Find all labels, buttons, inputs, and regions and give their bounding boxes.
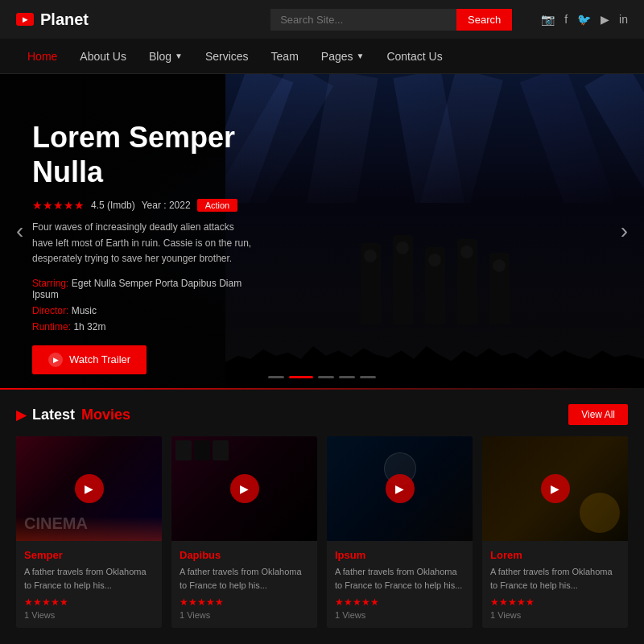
instagram-icon[interactable]: 📷 — [541, 13, 555, 26]
watch-trailer-button[interactable]: ▶ Watch Trailer — [32, 345, 147, 374]
movie-desc-1: A father travels from Oklahoma to France… — [24, 565, 154, 592]
movie-views-3: 1 Views — [335, 610, 464, 620]
movie-thumb-3: ▶ — [327, 436, 473, 541]
logo-text: Planet — [40, 10, 89, 29]
movie-desc-4: A father travels from Oklahoma to France… — [490, 565, 620, 592]
hero-dot-5[interactable] — [360, 376, 376, 378]
hero-dots — [268, 376, 376, 378]
play-overlay-2: ▶ — [230, 474, 259, 503]
hero-genre: Action — [197, 199, 238, 212]
hero-dot-2[interactable] — [289, 376, 313, 378]
nav-item-contact[interactable]: Contact Us — [375, 39, 453, 74]
rating-row: ★★★★★ 4.5 (Imdb) Year : 2022 Action — [32, 199, 254, 212]
movie-stars-2: ★★★★★ — [180, 597, 309, 608]
movies-section: ▶ Latest Movies View All CINEMA ▶ Semper… — [0, 390, 644, 636]
movie-views-2: 1 Views — [180, 610, 309, 620]
hero-rating: 4.5 (Imdb) — [91, 200, 135, 211]
movies-grid: CINEMA ▶ Semper A father travels from Ok… — [16, 436, 628, 628]
section-play-icon: ▶ — [16, 407, 26, 423]
nav-item-blog[interactable]: Blog ▼ — [138, 39, 194, 74]
hero-dot-1[interactable] — [268, 376, 284, 378]
hero-next-arrow[interactable]: › — [613, 210, 636, 252]
hero-stars: ★★★★★ — [32, 199, 85, 212]
movie-stars-1: ★★★★★ — [24, 597, 154, 608]
movie-desc-2: A father travels from Oklahoma to France… — [180, 565, 309, 592]
movie-info-3: Ipsum A father travels from Oklahoma to … — [327, 541, 473, 628]
movie-info-2: Dapibus A father travels from Oklahoma t… — [171, 541, 317, 628]
twitter-icon[interactable]: 🐦 — [577, 13, 591, 26]
movie-thumb-1: CINEMA ▶ — [16, 436, 162, 541]
movie-stars-4: ★★★★★ — [490, 597, 620, 608]
section-header: ▶ Latest Movies View All — [16, 404, 628, 425]
watch-trailer-label: Watch Trailer — [69, 353, 130, 365]
hero-starring: Starring: Eget Nulla Semper Porta Dapibu… — [32, 278, 254, 300]
movie-card-2[interactable]: ▶ Dapibus A father travels from Oklahoma… — [171, 436, 317, 628]
navigation: Home About Us Blog ▼ Services Team Pages… — [0, 39, 644, 74]
section-title: ▶ Latest Movies — [16, 407, 130, 423]
director-value: Music — [72, 305, 97, 316]
linkedin-icon[interactable]: in — [619, 13, 628, 26]
nav-item-team[interactable]: Team — [260, 39, 310, 74]
starring-label: Starring: — [32, 278, 68, 289]
movie-thumb-2: ▶ — [171, 436, 317, 541]
hero-dot-3[interactable] — [318, 376, 334, 378]
hero-year: Year : 2022 — [142, 200, 191, 211]
hero-dot-4[interactable] — [339, 376, 355, 378]
header: Planet Search 📷 f 🐦 ▶ in — [0, 0, 644, 39]
nav-item-about[interactable]: About Us — [68, 39, 138, 74]
play-overlay-1: ▶ — [75, 474, 104, 503]
nav-item-pages[interactable]: Pages ▼ — [310, 39, 376, 74]
view-all-button[interactable]: View All — [568, 404, 628, 425]
pages-dropdown-icon: ▼ — [357, 52, 365, 60]
play-overlay-4: ▶ — [541, 474, 570, 503]
director-label: Director: — [32, 305, 68, 316]
movie-views-4: 1 Views — [490, 610, 620, 620]
nav-item-services[interactable]: Services — [194, 39, 260, 74]
stage-lights — [225, 74, 644, 203]
movie-views-1: 1 Views — [24, 610, 154, 620]
movie-title-2: Dapibus — [180, 549, 309, 561]
play-icon: ▶ — [48, 353, 63, 367]
social-icons: 📷 f 🐦 ▶ in — [541, 13, 628, 26]
movie-desc-3: A father travels from Oklahoma to France… — [335, 565, 464, 592]
movie-info-4: Lorem A father travels from Oklahoma to … — [482, 541, 628, 628]
play-overlay-3: ▶ — [386, 474, 415, 503]
blog-dropdown-icon: ▼ — [175, 52, 183, 60]
movie-card-3[interactable]: ▶ Ipsum A father travels from Oklahoma t… — [327, 436, 473, 628]
hero-description: Four waves of increasingly deadly alien … — [32, 220, 254, 266]
hero-content: Lorem Semper Nulla ★★★★★ 4.5 (Imdb) Year… — [0, 74, 270, 388]
hero-director: Director: Music — [32, 305, 254, 316]
movie-thumb-4: ▶ — [482, 436, 628, 541]
movie-title-1: Semper — [24, 549, 154, 561]
search-input[interactable] — [270, 9, 456, 31]
movie-title-3: Ipsum — [335, 549, 464, 561]
runtime-label: Runtime: — [32, 321, 71, 332]
hero-runtime: Runtime: 1h 32m — [32, 321, 254, 332]
hero-stage — [225, 74, 644, 388]
hero-section: Lorem Semper Nulla ★★★★★ 4.5 (Imdb) Year… — [0, 74, 644, 388]
movie-card-1[interactable]: CINEMA ▶ Semper A father travels from Ok… — [16, 436, 162, 628]
runtime-value: 1h 32m — [73, 321, 105, 332]
youtube-icon[interactable]: ▶ — [601, 13, 609, 26]
movies-label: Movies — [81, 407, 130, 423]
search-bar: Search — [270, 9, 512, 31]
movie-info-1: Semper A father travels from Oklahoma to… — [16, 541, 162, 628]
hero-prev-arrow[interactable]: ‹ — [8, 210, 31, 252]
logo[interactable]: Planet — [16, 10, 89, 29]
movie-title-4: Lorem — [490, 549, 620, 561]
facebook-icon[interactable]: f — [564, 13, 568, 26]
nav-item-home[interactable]: Home — [16, 39, 68, 74]
hero-title: Lorem Semper Nulla — [32, 120, 254, 189]
latest-label: Latest — [32, 407, 75, 423]
search-button[interactable]: Search — [456, 9, 512, 31]
crowd-silhouette — [225, 324, 644, 388]
movie-stars-3: ★★★★★ — [335, 597, 464, 608]
movie-card-4[interactable]: ▶ Lorem A father travels from Oklahoma t… — [482, 436, 628, 628]
logo-icon — [16, 13, 34, 26]
